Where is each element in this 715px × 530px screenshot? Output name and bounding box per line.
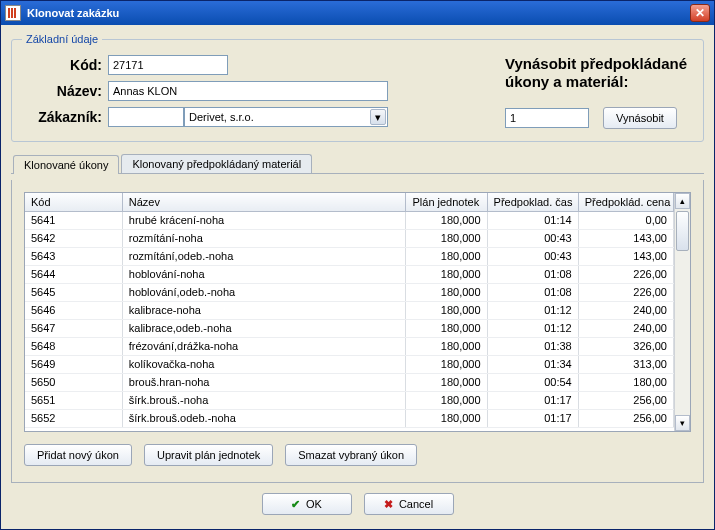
cell-nazev: brouš.hran-noha [122,373,406,391]
cell-kod: 5641 [25,211,122,229]
cell-nazev: hoblování,odeb.-noha [122,283,406,301]
cell-cena: 226,00 [578,265,673,283]
cell-plan: 180,000 [406,211,487,229]
scroll-up-button[interactable]: ▴ [675,193,690,209]
col-header-kod[interactable]: Kód [25,193,122,211]
table-row[interactable]: 5648frézování,drážka-noha180,00001:38326… [25,337,674,355]
cell-kod: 5649 [25,355,122,373]
label-nazev: Název: [22,83,108,99]
tab-panel: Kód Název Plán jednotek Předpoklad. čas … [11,180,704,483]
cell-cena: 256,00 [578,409,673,427]
delete-task-button[interactable]: Smazat vybraný úkon [285,444,417,466]
cell-cas: 00:43 [487,229,578,247]
cell-cas: 01:08 [487,265,578,283]
multiply-title-line1: Vynásobit předpokládané [505,55,687,72]
cell-cas: 01:12 [487,301,578,319]
table-row[interactable]: 5651šírk.brouš.-noha180,00001:17256,00 [25,391,674,409]
ok-button[interactable]: ✔ OK [262,493,352,515]
cell-cas: 01:14 [487,211,578,229]
cell-plan: 180,000 [406,301,487,319]
cell-plan: 180,000 [406,283,487,301]
table-row[interactable]: 5649kolíkovačka-noha180,00001:34313,00 [25,355,674,373]
cell-kod: 5646 [25,301,122,319]
tab-0[interactable]: Klonované úkony [13,155,119,174]
table-row[interactable]: 5647kalibrace,odeb.-noha180,00001:12240,… [25,319,674,337]
cell-cena: 0,00 [578,211,673,229]
cell-cas: 01:12 [487,319,578,337]
app-icon [5,5,21,21]
cell-cena: 240,00 [578,301,673,319]
cell-cena: 256,00 [578,391,673,409]
table-row[interactable]: 5652šírk.brouš.odeb.-noha180,00001:17256… [25,409,674,427]
cell-cena: 226,00 [578,283,673,301]
cell-nazev: frézování,drážka-noha [122,337,406,355]
cell-nazev: šírk.brouš.-noha [122,391,406,409]
cell-plan: 180,000 [406,337,487,355]
scroll-track[interactable] [675,209,690,415]
edit-plan-button[interactable]: Upravit plán jednotek [144,444,273,466]
table-row[interactable]: 5650brouš.hran-noha180,00000:54180,00 [25,373,674,391]
zakaznik-id-input[interactable] [108,107,184,127]
cell-kod: 5651 [25,391,122,409]
tab-1[interactable]: Klonovaný předpokládaný materiál [121,154,312,173]
svg-rect-0 [8,8,10,18]
cell-cena: 240,00 [578,319,673,337]
cancel-button[interactable]: ✖ Cancel [364,493,454,515]
cell-kod: 5644 [25,265,122,283]
cell-nazev: kolíkovačka-noha [122,355,406,373]
col-header-plan[interactable]: Plán jednotek [406,193,487,211]
table-row[interactable]: 5641hrubé krácení-noha180,00001:140,00 [25,211,674,229]
check-icon: ✔ [291,498,300,511]
cell-kod: 5643 [25,247,122,265]
cell-plan: 180,000 [406,229,487,247]
cell-cas: 01:17 [487,391,578,409]
tabs: Klonované úkonyKlonovaný předpokládaný m… [11,154,704,174]
cell-cas: 00:43 [487,247,578,265]
basic-info-group: Základní údaje Kód: Název: Zákazník: ▾ [11,33,704,142]
cell-cena: 143,00 [578,229,673,247]
svg-rect-2 [14,8,16,18]
zakaznik-combo[interactable]: ▾ [184,107,388,127]
cell-cas: 01:34 [487,355,578,373]
multiply-title-line2: úkony a materiál: [505,73,628,90]
cell-cas: 00:54 [487,373,578,391]
scroll-thumb[interactable] [676,211,689,251]
multiply-input[interactable] [505,108,589,128]
table-row[interactable]: 5642rozmítání-noha180,00000:43143,00 [25,229,674,247]
kod-input[interactable] [108,55,228,75]
add-task-button[interactable]: Přidat nový úkon [24,444,132,466]
scroll-down-button[interactable]: ▾ [675,415,690,431]
cell-cena: 180,00 [578,373,673,391]
cell-plan: 180,000 [406,247,487,265]
label-kod: Kód: [22,57,108,73]
cell-cena: 313,00 [578,355,673,373]
titlebar: Klonovat zakázku ✕ [1,1,714,25]
chevron-down-icon[interactable]: ▾ [370,109,386,125]
vertical-scrollbar[interactable]: ▴ ▾ [674,193,690,431]
cell-plan: 180,000 [406,409,487,427]
cell-plan: 180,000 [406,319,487,337]
multiply-panel: Vynásobit předpokládané úkony a materiál… [505,55,693,129]
cell-plan: 180,000 [406,373,487,391]
table-row[interactable]: 5644hoblování-noha180,00001:08226,00 [25,265,674,283]
label-zakaznik: Zákazník: [22,109,108,125]
nazev-input[interactable] [108,81,388,101]
cell-kod: 5642 [25,229,122,247]
cell-kod: 5645 [25,283,122,301]
col-header-cas[interactable]: Předpoklad. čas [487,193,578,211]
table-row[interactable]: 5645hoblování,odeb.-noha180,00001:08226,… [25,283,674,301]
table-row[interactable]: 5643rozmítání,odeb.-noha180,00000:43143,… [25,247,674,265]
table-actions: Přidat nový úkon Upravit plán jednotek S… [24,444,691,466]
cell-nazev: hoblování-noha [122,265,406,283]
x-icon: ✖ [384,498,393,511]
col-header-cena[interactable]: Předpoklád. cena [578,193,673,211]
close-button[interactable]: ✕ [690,4,710,22]
group-legend: Základní údaje [22,33,102,45]
zakaznik-name-input[interactable] [184,107,388,127]
cancel-label: Cancel [399,498,433,510]
multiply-button[interactable]: Vynásobit [603,107,677,129]
svg-rect-1 [11,8,13,18]
cell-nazev: hrubé krácení-noha [122,211,406,229]
col-header-nazev[interactable]: Název [122,193,406,211]
table-row[interactable]: 5646kalibrace-noha180,00001:12240,00 [25,301,674,319]
